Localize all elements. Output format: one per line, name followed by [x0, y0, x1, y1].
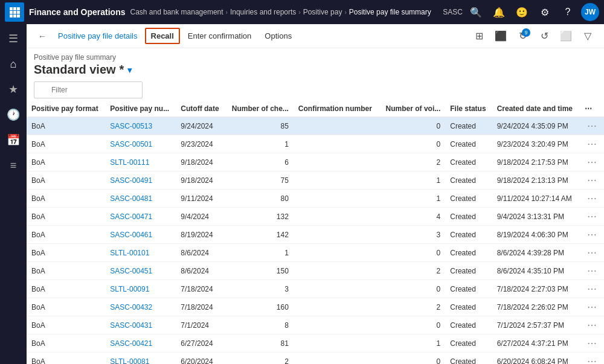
table-header-row: Positive pay format Positive pay nu... C… [27, 101, 604, 117]
table-cell [294, 117, 379, 135]
sidebar-recent-icon[interactable]: 🕐 [1, 103, 25, 127]
app-grid-icon[interactable] [5, 2, 24, 22]
options-button[interactable]: Options [259, 28, 297, 43]
table-cell: Created [445, 280, 492, 298]
sidebar-menu-icon[interactable]: ☰ [1, 27, 25, 51]
table-row[interactable]: BoASASC-004919/18/2024751Created9/18/202… [27, 171, 604, 190]
svg-rect-1 [13, 7, 16, 10]
table-cell: 7/1/2024 2:57:37 PM [492, 316, 580, 334]
table-cell: ⋯ [580, 171, 604, 190]
table-cell: Created [445, 135, 492, 153]
breadcrumb-item-2[interactable]: Inquiries and reports [230, 8, 296, 16]
table-cell: 9/23/2024 [176, 135, 225, 153]
grid-settings-icon[interactable]: ⊞ [470, 27, 488, 45]
table-cell [294, 280, 379, 298]
filter-input[interactable] [34, 81, 143, 98]
refresh-badge-icon[interactable]: ↻ 9 [513, 27, 532, 45]
table-cell[interactable]: SASC-00451 [105, 262, 176, 280]
notification-bell-icon[interactable]: 🔔 [489, 2, 509, 22]
breadcrumb-sep-3: › [344, 9, 346, 16]
table-cell[interactable]: SASC-00461 [105, 226, 176, 244]
table-cell[interactable]: SLTL-00091 [105, 280, 176, 298]
table-cell[interactable]: SASC-00491 [105, 171, 176, 190]
user-avatar[interactable]: JW [581, 3, 599, 21]
enter-confirmation-button[interactable]: Enter confirmation [182, 28, 257, 43]
sidebar-modules-icon[interactable]: ≡ [1, 153, 25, 177]
table-cell[interactable]: SASC-00471 [105, 208, 176, 226]
svg-rect-8 [17, 14, 20, 18]
table-cell [294, 135, 379, 153]
table-cell[interactable]: SLTL-00101 [105, 244, 176, 262]
copy-icon[interactable]: ⬛ [492, 27, 510, 45]
breadcrumb-item-1[interactable]: Cash and bank management [130, 8, 223, 16]
table-cell[interactable]: SASC-00431 [105, 316, 176, 334]
help-icon[interactable]: ? [558, 2, 577, 22]
table-cell: Created [445, 244, 492, 262]
table-cell: 6/20/2024 6:08:24 PM [492, 353, 580, 365]
table-row[interactable]: BoASASC-004327/18/20241602Created7/18/20… [27, 298, 604, 316]
table-row[interactable]: BoASASC-004819/11/2024801Created9/11/202… [27, 190, 604, 208]
table-row[interactable]: BoASASC-004317/1/202480Created7/1/2024 2… [27, 316, 604, 334]
sidebar-favorites-icon[interactable]: ★ [1, 77, 25, 101]
col-paynum[interactable]: Positive pay nu... [105, 101, 176, 117]
table-cell [294, 190, 379, 208]
table-cell: 0 [379, 244, 446, 262]
table-row[interactable]: BoASASC-004719/4/20241324Created9/4/2024… [27, 208, 604, 226]
emoji-icon[interactable]: 🙂 [512, 2, 532, 22]
main-content: ← Positive pay file details Recall Enter… [27, 24, 604, 364]
table-cell[interactable]: SASC-00421 [105, 334, 176, 353]
table-cell: BoA [27, 316, 105, 334]
table-cell[interactable]: SLTL-00081 [105, 353, 176, 365]
table-cell[interactable]: SLTL-00111 [105, 153, 176, 171]
top-nav-bar: Finance and Operations Cash and bank man… [0, 0, 604, 24]
view-selector[interactable]: ▾ [127, 65, 132, 75]
filter-wrapper: 🔍 [34, 81, 143, 98]
table-cell: Created [445, 262, 492, 280]
sidebar-workspaces-icon[interactable]: 📅 [1, 128, 25, 152]
sidebar-home-icon[interactable]: ⌂ [1, 52, 25, 76]
table-row[interactable]: BoASLTL-000917/18/202430Created7/18/2024… [27, 280, 604, 298]
positive-pay-file-details-link[interactable]: Positive pay file details [53, 29, 143, 43]
col-menu-header[interactable]: ⋯ [580, 101, 604, 117]
table-row[interactable]: BoASLTL-001018/6/202410Created8/6/2024 4… [27, 244, 604, 262]
recall-button[interactable]: Recall [145, 28, 180, 44]
page-breadcrumb: Positive pay file summary [34, 53, 597, 62]
table-row[interactable]: BoASASC-004216/27/2024811Created6/27/202… [27, 334, 604, 353]
back-button[interactable]: ← [34, 28, 51, 45]
col-confirmnum[interactable]: Confirmation number [294, 101, 379, 117]
breadcrumb-item-3[interactable]: Positive pay [303, 8, 342, 16]
table-row[interactable]: BoASLTL-001119/18/202462Created9/18/2024… [27, 153, 604, 171]
settings-icon[interactable]: ⚙ [535, 2, 554, 22]
table-cell: 75 [225, 171, 294, 190]
table-cell: BoA [27, 244, 105, 262]
table-cell: Created [445, 190, 492, 208]
table-row[interactable]: BoASLTL-000816/20/202420Created6/20/2024… [27, 353, 604, 365]
col-createddate[interactable]: Created date and time [492, 101, 580, 117]
table-row[interactable]: BoASASC-005139/24/2024850Created9/24/202… [27, 117, 604, 135]
sync-icon[interactable]: ↺ [535, 27, 553, 45]
col-numvoid[interactable]: Number of voi... [379, 101, 446, 117]
table-cell: BoA [27, 208, 105, 226]
col-filestatus[interactable]: File status [445, 101, 492, 117]
table-cell[interactable]: SASC-00432 [105, 298, 176, 316]
table-cell: ⋯ [580, 208, 604, 226]
table-cell: Created [445, 334, 492, 353]
col-format[interactable]: Positive pay format [27, 101, 105, 117]
col-cutoffdate[interactable]: Cutoff date [176, 101, 225, 117]
table-row[interactable]: BoASASC-005019/23/202410Created9/23/2024… [27, 135, 604, 153]
search-icon[interactable]: 🔍 [466, 2, 486, 22]
table-row[interactable]: BoASASC-004518/6/20241502Created8/6/2024… [27, 262, 604, 280]
filter-panel-icon[interactable]: ▽ [579, 27, 597, 45]
table-body: BoASASC-005139/24/2024850Created9/24/202… [27, 117, 604, 365]
fullscreen-icon[interactable]: ⬜ [557, 27, 575, 45]
table-container[interactable]: Positive pay format Positive pay nu... C… [27, 101, 604, 364]
table-cell [294, 316, 379, 334]
table-cell: ⋯ [580, 190, 604, 208]
table-cell[interactable]: SASC-00481 [105, 190, 176, 208]
table-cell[interactable]: SASC-00501 [105, 135, 176, 153]
table-cell: 6/27/2024 4:37:21 PM [492, 334, 580, 353]
table-row[interactable]: BoASASC-004618/19/20241423Created8/19/20… [27, 226, 604, 244]
col-numchecks[interactable]: Number of che... [225, 101, 294, 117]
table-cell: 9/11/2024 [176, 190, 225, 208]
table-cell[interactable]: SASC-00513 [105, 117, 176, 135]
